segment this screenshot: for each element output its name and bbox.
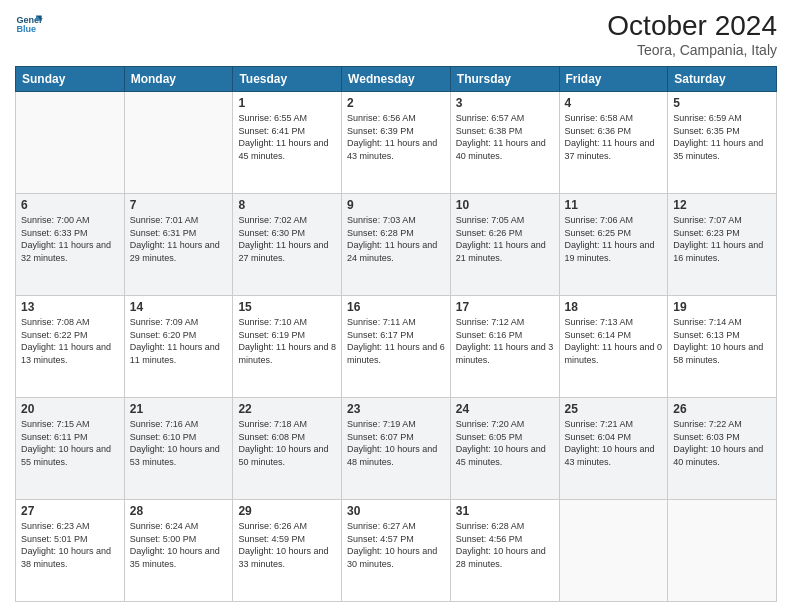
day-info: Sunrise: 7:01 AM Sunset: 6:31 PM Dayligh… <box>130 214 228 264</box>
table-row: 5Sunrise: 6:59 AM Sunset: 6:35 PM Daylig… <box>668 92 777 194</box>
day-number: 27 <box>21 504 119 518</box>
day-number: 19 <box>673 300 771 314</box>
day-number: 2 <box>347 96 445 110</box>
page: General Blue October 2024 Teora, Campani… <box>0 0 792 612</box>
day-info: Sunrise: 6:27 AM Sunset: 4:57 PM Dayligh… <box>347 520 445 570</box>
table-row <box>559 500 668 602</box>
table-row <box>16 92 125 194</box>
day-number: 7 <box>130 198 228 212</box>
svg-text:Blue: Blue <box>16 24 36 34</box>
header-thursday: Thursday <box>450 67 559 92</box>
table-row: 18Sunrise: 7:13 AM Sunset: 6:14 PM Dayli… <box>559 296 668 398</box>
day-number: 14 <box>130 300 228 314</box>
day-number: 23 <box>347 402 445 416</box>
table-row: 25Sunrise: 7:21 AM Sunset: 6:04 PM Dayli… <box>559 398 668 500</box>
title-area: October 2024 Teora, Campania, Italy <box>607 10 777 58</box>
header-tuesday: Tuesday <box>233 67 342 92</box>
table-row: 10Sunrise: 7:05 AM Sunset: 6:26 PM Dayli… <box>450 194 559 296</box>
day-info: Sunrise: 6:28 AM Sunset: 4:56 PM Dayligh… <box>456 520 554 570</box>
day-number: 18 <box>565 300 663 314</box>
day-number: 11 <box>565 198 663 212</box>
table-row: 30Sunrise: 6:27 AM Sunset: 4:57 PM Dayli… <box>342 500 451 602</box>
table-row: 6Sunrise: 7:00 AM Sunset: 6:33 PM Daylig… <box>16 194 125 296</box>
calendar-header-row: Sunday Monday Tuesday Wednesday Thursday… <box>16 67 777 92</box>
location: Teora, Campania, Italy <box>607 42 777 58</box>
day-number: 31 <box>456 504 554 518</box>
day-info: Sunrise: 7:09 AM Sunset: 6:20 PM Dayligh… <box>130 316 228 366</box>
day-info: Sunrise: 7:13 AM Sunset: 6:14 PM Dayligh… <box>565 316 663 366</box>
table-row: 12Sunrise: 7:07 AM Sunset: 6:23 PM Dayli… <box>668 194 777 296</box>
table-row: 29Sunrise: 6:26 AM Sunset: 4:59 PM Dayli… <box>233 500 342 602</box>
day-number: 30 <box>347 504 445 518</box>
table-row: 22Sunrise: 7:18 AM Sunset: 6:08 PM Dayli… <box>233 398 342 500</box>
day-number: 9 <box>347 198 445 212</box>
calendar-week-row: 27Sunrise: 6:23 AM Sunset: 5:01 PM Dayli… <box>16 500 777 602</box>
calendar-week-row: 1Sunrise: 6:55 AM Sunset: 6:41 PM Daylig… <box>16 92 777 194</box>
day-info: Sunrise: 7:20 AM Sunset: 6:05 PM Dayligh… <box>456 418 554 468</box>
table-row: 11Sunrise: 7:06 AM Sunset: 6:25 PM Dayli… <box>559 194 668 296</box>
day-number: 25 <box>565 402 663 416</box>
table-row: 15Sunrise: 7:10 AM Sunset: 6:19 PM Dayli… <box>233 296 342 398</box>
day-info: Sunrise: 6:55 AM Sunset: 6:41 PM Dayligh… <box>238 112 336 162</box>
table-row: 24Sunrise: 7:20 AM Sunset: 6:05 PM Dayli… <box>450 398 559 500</box>
day-info: Sunrise: 7:07 AM Sunset: 6:23 PM Dayligh… <box>673 214 771 264</box>
day-info: Sunrise: 6:58 AM Sunset: 6:36 PM Dayligh… <box>565 112 663 162</box>
day-info: Sunrise: 7:08 AM Sunset: 6:22 PM Dayligh… <box>21 316 119 366</box>
logo: General Blue <box>15 10 43 38</box>
day-number: 15 <box>238 300 336 314</box>
day-info: Sunrise: 6:59 AM Sunset: 6:35 PM Dayligh… <box>673 112 771 162</box>
header-monday: Monday <box>124 67 233 92</box>
month-title: October 2024 <box>607 10 777 42</box>
day-number: 16 <box>347 300 445 314</box>
generalblue-logo-icon: General Blue <box>15 10 43 38</box>
day-info: Sunrise: 7:19 AM Sunset: 6:07 PM Dayligh… <box>347 418 445 468</box>
table-row: 28Sunrise: 6:24 AM Sunset: 5:00 PM Dayli… <box>124 500 233 602</box>
day-info: Sunrise: 7:12 AM Sunset: 6:16 PM Dayligh… <box>456 316 554 366</box>
day-info: Sunrise: 6:57 AM Sunset: 6:38 PM Dayligh… <box>456 112 554 162</box>
table-row: 19Sunrise: 7:14 AM Sunset: 6:13 PM Dayli… <box>668 296 777 398</box>
day-info: Sunrise: 7:16 AM Sunset: 6:10 PM Dayligh… <box>130 418 228 468</box>
day-number: 29 <box>238 504 336 518</box>
day-info: Sunrise: 7:11 AM Sunset: 6:17 PM Dayligh… <box>347 316 445 366</box>
day-number: 3 <box>456 96 554 110</box>
calendar-week-row: 6Sunrise: 7:00 AM Sunset: 6:33 PM Daylig… <box>16 194 777 296</box>
table-row: 20Sunrise: 7:15 AM Sunset: 6:11 PM Dayli… <box>16 398 125 500</box>
day-info: Sunrise: 7:03 AM Sunset: 6:28 PM Dayligh… <box>347 214 445 264</box>
table-row <box>668 500 777 602</box>
day-info: Sunrise: 7:02 AM Sunset: 6:30 PM Dayligh… <box>238 214 336 264</box>
header-wednesday: Wednesday <box>342 67 451 92</box>
day-info: Sunrise: 7:06 AM Sunset: 6:25 PM Dayligh… <box>565 214 663 264</box>
day-number: 4 <box>565 96 663 110</box>
day-number: 26 <box>673 402 771 416</box>
day-info: Sunrise: 6:23 AM Sunset: 5:01 PM Dayligh… <box>21 520 119 570</box>
calendar-week-row: 20Sunrise: 7:15 AM Sunset: 6:11 PM Dayli… <box>16 398 777 500</box>
table-row: 2Sunrise: 6:56 AM Sunset: 6:39 PM Daylig… <box>342 92 451 194</box>
table-row: 8Sunrise: 7:02 AM Sunset: 6:30 PM Daylig… <box>233 194 342 296</box>
table-row: 9Sunrise: 7:03 AM Sunset: 6:28 PM Daylig… <box>342 194 451 296</box>
day-number: 28 <box>130 504 228 518</box>
table-row: 13Sunrise: 7:08 AM Sunset: 6:22 PM Dayli… <box>16 296 125 398</box>
table-row: 27Sunrise: 6:23 AM Sunset: 5:01 PM Dayli… <box>16 500 125 602</box>
table-row: 21Sunrise: 7:16 AM Sunset: 6:10 PM Dayli… <box>124 398 233 500</box>
day-number: 5 <box>673 96 771 110</box>
table-row <box>124 92 233 194</box>
calendar-week-row: 13Sunrise: 7:08 AM Sunset: 6:22 PM Dayli… <box>16 296 777 398</box>
table-row: 3Sunrise: 6:57 AM Sunset: 6:38 PM Daylig… <box>450 92 559 194</box>
day-info: Sunrise: 7:15 AM Sunset: 6:11 PM Dayligh… <box>21 418 119 468</box>
header-sunday: Sunday <box>16 67 125 92</box>
header-friday: Friday <box>559 67 668 92</box>
day-info: Sunrise: 7:18 AM Sunset: 6:08 PM Dayligh… <box>238 418 336 468</box>
header: General Blue October 2024 Teora, Campani… <box>15 10 777 58</box>
table-row: 16Sunrise: 7:11 AM Sunset: 6:17 PM Dayli… <box>342 296 451 398</box>
day-number: 20 <box>21 402 119 416</box>
day-number: 12 <box>673 198 771 212</box>
table-row: 17Sunrise: 7:12 AM Sunset: 6:16 PM Dayli… <box>450 296 559 398</box>
table-row: 1Sunrise: 6:55 AM Sunset: 6:41 PM Daylig… <box>233 92 342 194</box>
day-number: 10 <box>456 198 554 212</box>
day-info: Sunrise: 7:21 AM Sunset: 6:04 PM Dayligh… <box>565 418 663 468</box>
day-number: 8 <box>238 198 336 212</box>
day-info: Sunrise: 7:05 AM Sunset: 6:26 PM Dayligh… <box>456 214 554 264</box>
day-info: Sunrise: 6:26 AM Sunset: 4:59 PM Dayligh… <box>238 520 336 570</box>
day-info: Sunrise: 7:10 AM Sunset: 6:19 PM Dayligh… <box>238 316 336 366</box>
table-row: 4Sunrise: 6:58 AM Sunset: 6:36 PM Daylig… <box>559 92 668 194</box>
